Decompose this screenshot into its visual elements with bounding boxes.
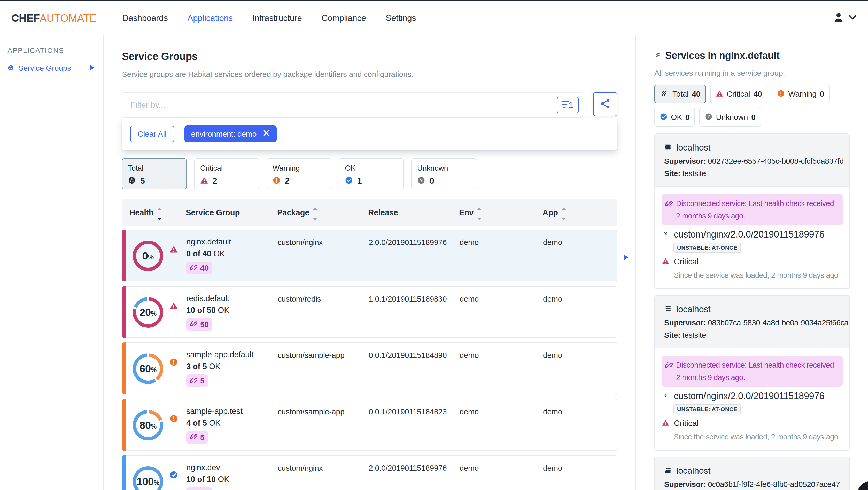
service-group-cell: sample-app.default 3 of 5 OK 5 <box>186 343 278 394</box>
user-menu-chevron-down-icon[interactable] <box>849 15 857 21</box>
filter-count-button[interactable]: 1 <box>557 97 579 113</box>
filter-count-icon: 1 <box>561 99 575 110</box>
services-pill-unknown[interactable]: ? Unknown 0 <box>699 108 761 127</box>
remove-filter-x-icon[interactable] <box>263 129 270 138</box>
ok-status-icon <box>345 176 353 185</box>
release-cell: 2.0.0/20190115189976 <box>369 230 460 281</box>
health-ring: 0% <box>133 240 163 271</box>
table-column-label: Release <box>368 208 398 217</box>
column-header-health[interactable]: Health <box>122 203 186 223</box>
sort-down-icon <box>562 213 566 223</box>
service-group-row-nginx.dev[interactable]: 100% nginx.dev 10 of 10 OK 10 custom/ngi… <box>122 455 617 490</box>
status-tile-warning[interactable]: Warning 2 <box>267 158 332 190</box>
logo-chef: CHEF <box>11 12 40 24</box>
nav-item-settings[interactable]: Settings <box>386 13 416 23</box>
disconnected-broken-link-icon <box>190 433 197 442</box>
unknown-status-icon: ? <box>417 176 425 185</box>
user-profile-icon[interactable] <box>833 11 844 25</box>
service-supervisor: Supervisor: 002732ee-6557-405c-b008-cfcf… <box>664 157 846 165</box>
disconnected-badge: 5 <box>186 431 208 444</box>
service-card-header: localhost Supervisor: 083b07ca-5830-4a8d… <box>655 296 849 348</box>
services-pill-warning[interactable]: Warning 0 <box>772 85 830 103</box>
clear-all-button[interactable]: Clear All <box>130 126 174 142</box>
ok-pill-icon <box>660 113 668 122</box>
services-pill-total[interactable]: Total 40 <box>654 85 706 103</box>
chef-automate-logo[interactable]: CHEFAUTOMATE <box>11 12 97 24</box>
disconnected-badge: 40 <box>186 262 212 274</box>
nav-item-compliance[interactable]: Compliance <box>322 13 366 23</box>
services-panel-subtitle: All services running in a service group. <box>654 69 850 77</box>
health-cell: 60% <box>122 343 186 394</box>
service-card-header: localhost Supervisor: 002732ee-6557-405c… <box>655 134 849 187</box>
sort-control[interactable] <box>157 203 162 223</box>
status-tile-label: OK <box>345 163 403 172</box>
status-tile-total[interactable]: Total 5 <box>122 158 187 190</box>
status-tile-unknown[interactable]: Unknown ? 0 <box>411 158 476 190</box>
services-icon <box>654 52 661 60</box>
service-card: localhost Supervisor: 002732ee-6557-405c… <box>654 133 850 289</box>
health-ring: 60% <box>133 353 163 384</box>
sort-control[interactable] <box>477 203 482 223</box>
services-pill-ok[interactable]: OK 0 <box>654 108 695 127</box>
disconnected-broken-link-icon <box>190 320 197 329</box>
column-header-service-group[interactable]: Service Group <box>186 208 277 217</box>
health-cell: 0% <box>122 230 186 281</box>
sort-control[interactable] <box>313 203 317 223</box>
column-header-release[interactable]: Release <box>368 208 459 217</box>
page-subtitle: Service groups are Habitat services orde… <box>122 70 617 79</box>
sidebar-item-service-groups[interactable]: Service Groups <box>7 64 103 72</box>
status-tile-critical[interactable]: Critical 2 <box>194 158 259 190</box>
filter-chip-environment-demo[interactable]: environment: demo <box>184 126 277 142</box>
disconnected-badge: 50 <box>186 318 212 331</box>
services-status-pill-label: Total <box>673 90 688 98</box>
update-strategy-tag: UNSTABLE: AT-ONCE <box>674 243 741 253</box>
health-cell: 20% <box>122 287 186 337</box>
disconnected-broken-link-icon <box>190 377 197 385</box>
package-dots-icon <box>662 392 669 400</box>
disconnected-banner-icon <box>665 359 673 384</box>
service-group-row-redis.default[interactable]: 20% redis.default 10 of 50 OK 50 custom/… <box>122 286 617 338</box>
env-cell: demo <box>460 230 543 281</box>
column-header-env[interactable]: Env <box>459 203 542 223</box>
service-group-row-sample-app.default[interactable]: 60% sample-app.default 3 of 5 OK 5 custo… <box>122 342 617 394</box>
svg-text:1: 1 <box>568 100 574 110</box>
service-group-row-nginx.default[interactable]: 0% nginx.default 0 of 40 OK 40 custom/ng… <box>122 230 617 282</box>
svg-text:80%: 80% <box>140 420 157 431</box>
disconnected-banner: Disconnected service: Last health check … <box>661 194 843 225</box>
status-tile-ok[interactable]: OK 1 <box>339 158 404 190</box>
status-tile-count: 1 <box>357 176 362 186</box>
service-card: localhost Supervisor: 083b07ca-5830-4a8d… <box>654 295 850 451</box>
warning-pill-icon <box>777 90 785 98</box>
share-button[interactable] <box>593 92 617 116</box>
service-site: Site: testsite <box>664 170 846 177</box>
critical-status-icon <box>169 245 178 255</box>
env-cell: demo <box>460 287 543 337</box>
ok-count: 10 of 10 OK <box>186 475 278 484</box>
service-group-name: sample-app.default <box>186 350 278 359</box>
status-tile-label: Critical <box>200 163 258 172</box>
status-tile-label: Total <box>128 163 186 172</box>
disconnected-banner-text: Disconnected service: Last health check … <box>676 359 838 384</box>
column-header-package[interactable]: Package <box>277 203 368 223</box>
column-header-app[interactable]: App <box>542 203 617 223</box>
sort-down-icon <box>157 213 162 223</box>
service-group-row-sample-app.test[interactable]: 80% sample-app.test 4 of 5 OK 5 custom/s… <box>122 399 617 451</box>
nav-item-infrastructure[interactable]: Infrastructure <box>252 13 302 23</box>
service-group-cell: sample-app.test 4 of 5 OK 5 <box>186 399 278 450</box>
services-pill-critical[interactable]: Critical 40 <box>710 85 767 103</box>
release-cell: 2.0.0/20190115189976 <box>369 456 460 490</box>
sidebar-item-expand-icon[interactable] <box>89 64 95 72</box>
svg-text:60%: 60% <box>140 363 157 374</box>
service-host: localhost <box>676 142 710 153</box>
service-card-body: Disconnected service: Last health check … <box>655 187 849 288</box>
nav-item-applications[interactable]: Applications <box>188 13 233 23</box>
status-tile-count: 2 <box>213 176 217 186</box>
nav-item-dashboards[interactable]: Dashboards <box>122 13 168 23</box>
table-header: Health Service Group Package Release Env… <box>122 199 617 226</box>
services-status-pill-label: Unknown <box>716 113 748 122</box>
services-status-pill-label: Warning <box>788 90 816 98</box>
filter-input[interactable] <box>122 100 557 110</box>
sort-control[interactable] <box>562 203 566 223</box>
app-cell: demo <box>543 343 617 394</box>
services-status-pill-count: 0 <box>685 113 690 122</box>
